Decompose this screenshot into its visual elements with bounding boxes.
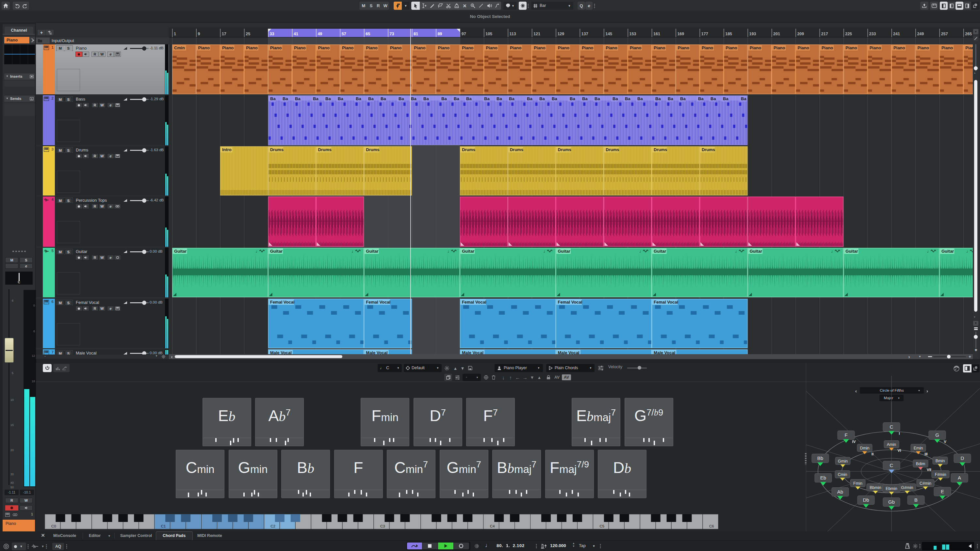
- svg-text:Drums: Drums: [318, 147, 332, 152]
- svg-text:♩: ♩: [543, 249, 547, 254]
- svg-text:225: 225: [845, 32, 852, 36]
- svg-text:17: 17: [222, 32, 226, 36]
- svg-text:Piano: Piano: [198, 45, 210, 50]
- svg-text:169: 169: [677, 32, 684, 36]
- svg-text:♩: ♩: [447, 249, 452, 254]
- svg-text:Femal Vocal: Femal Vocal: [270, 300, 295, 305]
- svg-text:Ba: Ba: [552, 96, 557, 101]
- svg-text:Ba: Ba: [539, 96, 545, 101]
- svg-text:Ba: Ba: [399, 96, 404, 101]
- svg-text:Drums: Drums: [366, 147, 379, 152]
- svg-text:Femal Vocal: Femal Vocal: [654, 300, 678, 305]
- svg-text:Piano: Piano: [702, 45, 713, 50]
- svg-text:Femal Vocal: Femal Vocal: [558, 300, 582, 305]
- svg-text:Drums: Drums: [462, 147, 475, 152]
- svg-text:E: E: [941, 489, 944, 494]
- svg-text:Cmin: Cmin: [174, 45, 185, 50]
- svg-text:Piano: Piano: [870, 45, 881, 50]
- svg-text:IV: IV: [852, 440, 856, 444]
- svg-text:Ba: Ba: [411, 96, 417, 101]
- svg-text:Ba: Ba: [466, 96, 472, 101]
- svg-text:145: 145: [605, 32, 612, 36]
- svg-text:Guitar: Guitar: [174, 249, 186, 254]
- svg-text:Circle of Fifths: Circle of Fifths: [880, 389, 904, 392]
- svg-text:Ab: Ab: [837, 489, 843, 494]
- svg-text:33: 33: [270, 32, 274, 36]
- svg-text:Femal Vocal: Femal Vocal: [366, 300, 390, 305]
- svg-text:Guitar: Guitar: [654, 249, 666, 254]
- svg-text:III: III: [924, 452, 928, 456]
- svg-text:V: V: [944, 440, 947, 444]
- svg-text:♩: ♩: [735, 249, 740, 254]
- svg-text:161: 161: [653, 32, 660, 36]
- svg-text:Piano: Piano: [942, 45, 953, 50]
- svg-text:Ba: Ba: [680, 96, 686, 101]
- svg-text:F: F: [845, 432, 847, 438]
- svg-text:B: B: [914, 497, 918, 503]
- svg-text:233: 233: [869, 32, 876, 36]
- svg-text:57: 57: [342, 32, 346, 36]
- svg-text:137: 137: [581, 32, 588, 36]
- svg-text:49: 49: [318, 32, 322, 36]
- svg-text:Ba: Ba: [283, 96, 288, 101]
- svg-text:Ba: Ba: [380, 96, 386, 101]
- svg-text:25: 25: [246, 32, 250, 36]
- svg-text:Bdim: Bdim: [916, 462, 925, 466]
- svg-text:▼: ▼: [898, 397, 900, 399]
- svg-text:♩: ♩: [831, 249, 835, 254]
- svg-text:Piano: Piano: [845, 45, 857, 50]
- svg-text:Guitar: Guitar: [366, 249, 378, 254]
- svg-text:Ba: Ba: [509, 96, 514, 101]
- svg-text:Fmin: Fmin: [853, 481, 862, 486]
- svg-text:Piano: Piano: [342, 45, 353, 50]
- svg-text:Piano: Piano: [582, 45, 593, 50]
- svg-text:Ba: Ba: [698, 96, 704, 101]
- svg-text:Piano: Piano: [414, 45, 425, 50]
- svg-text:Ba: Ba: [595, 96, 600, 101]
- svg-text:▼: ▼: [918, 389, 920, 392]
- svg-text:C0: C0: [51, 524, 56, 528]
- svg-text:Ba: Ba: [655, 96, 661, 101]
- svg-text:73: 73: [390, 32, 394, 36]
- svg-text:Drums: Drums: [558, 147, 571, 152]
- svg-text:257: 257: [941, 32, 948, 36]
- svg-text:VII: VII: [927, 468, 931, 472]
- svg-text:177: 177: [702, 32, 708, 36]
- svg-text:♩: ♩: [256, 249, 260, 254]
- svg-text:Guitar: Guitar: [270, 249, 283, 254]
- svg-text:Dmin: Dmin: [860, 446, 869, 451]
- svg-text:Cmin: Cmin: [838, 472, 847, 477]
- svg-text:Guitar: Guitar: [558, 249, 570, 254]
- svg-text:121: 121: [533, 32, 540, 36]
- svg-text:Piano: Piano: [318, 45, 329, 50]
- svg-text:Ba: Ba: [356, 96, 361, 101]
- svg-text:Bb: Bb: [817, 455, 823, 461]
- svg-text:241: 241: [893, 32, 900, 36]
- svg-text:Gmin: Gmin: [838, 459, 848, 464]
- svg-text:217: 217: [821, 32, 828, 36]
- svg-text:Piano: Piano: [486, 45, 497, 50]
- svg-text:Ba: Ba: [570, 96, 575, 101]
- svg-text:C: C: [890, 424, 893, 430]
- svg-text:♩: ♩: [966, 249, 970, 254]
- svg-text:Drums: Drums: [270, 147, 283, 152]
- svg-text:Piano: Piano: [918, 45, 929, 50]
- svg-text:97: 97: [461, 32, 466, 36]
- svg-text:Bbmin: Bbmin: [870, 485, 881, 490]
- svg-text:113: 113: [510, 32, 516, 36]
- svg-text:Ba: Ba: [582, 96, 588, 101]
- svg-text:201: 201: [773, 32, 780, 36]
- svg-text:Bmin: Bmin: [935, 459, 945, 463]
- svg-text:Major: Major: [884, 396, 893, 400]
- svg-text:A: A: [958, 475, 961, 481]
- svg-text:Emin: Emin: [914, 446, 923, 451]
- svg-text:Piano: Piano: [390, 45, 401, 50]
- svg-text:265: 265: [965, 32, 972, 36]
- svg-text:Eb: Eb: [820, 475, 826, 481]
- svg-text:C6: C6: [709, 524, 714, 528]
- svg-text:II: II: [872, 452, 873, 456]
- svg-text:Drums: Drums: [702, 147, 715, 152]
- svg-text:F#min: F#min: [935, 472, 947, 477]
- svg-text:G: G: [935, 432, 939, 438]
- svg-text:VI: VI: [898, 448, 901, 453]
